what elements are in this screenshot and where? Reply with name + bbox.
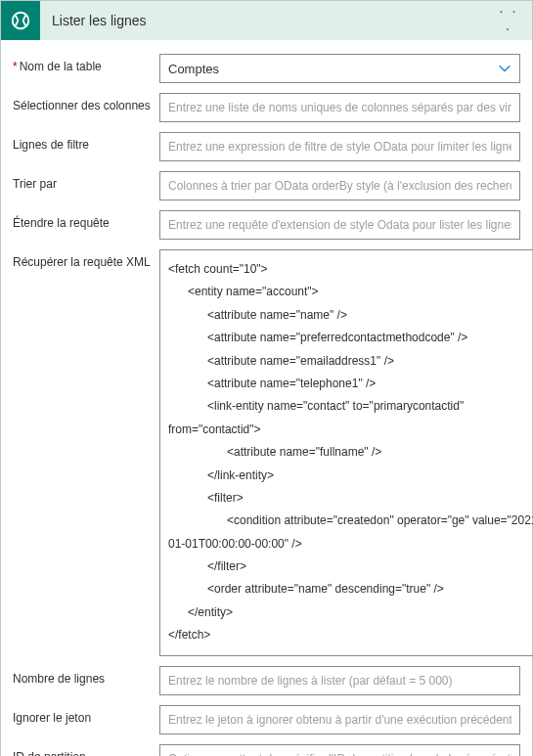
field-row-count: Nombre de lignes — [13, 666, 520, 695]
card-title: Lister les lignes — [52, 13, 493, 28]
field-fetch-xml: Récupérer la requête XML <fetch count="1… — [13, 249, 520, 656]
label-sort-by: Trier par — [13, 171, 159, 193]
filter-rows-input[interactable] — [159, 132, 520, 161]
fetch-xml-input[interactable]: <fetch count="10"> <entity name="account… — [159, 249, 533, 656]
label-fetch-xml: Récupérer la requête XML — [13, 249, 159, 271]
table-name-select[interactable]: Comptes — [159, 54, 520, 83]
field-filter-rows: Lignes de filtre — [13, 132, 520, 161]
partition-id-input[interactable] — [159, 744, 520, 756]
required-marker: * — [13, 60, 18, 73]
card-body: *Nom de la table Comptes Sélectionner de… — [1, 40, 532, 756]
label-expand-query: Étendre la requête — [13, 210, 159, 232]
connector-icon — [1, 1, 40, 40]
field-sort-by: Trier par — [13, 171, 520, 200]
action-card: Lister les lignes · · · *Nom de la table… — [0, 0, 533, 756]
field-partition-id: ID de partition — [13, 744, 520, 756]
select-columns-input[interactable] — [159, 93, 520, 122]
label-filter-rows: Lignes de filtre — [13, 132, 159, 154]
label-table-name: *Nom de la table — [13, 54, 159, 75]
field-table-name: *Nom de la table Comptes — [13, 54, 520, 83]
skip-token-input[interactable] — [159, 705, 520, 734]
card-menu-button[interactable]: · · · — [493, 3, 524, 38]
sort-by-input[interactable] — [159, 171, 520, 200]
svg-point-0 — [13, 13, 29, 29]
card-header: Lister les lignes · · · — [1, 1, 532, 40]
field-select-columns: Sélectionner des colonnes — [13, 93, 520, 122]
label-select-columns: Sélectionner des colonnes — [13, 93, 159, 114]
row-count-input[interactable] — [159, 666, 520, 695]
label-partition-id: ID de partition — [13, 744, 159, 756]
expand-query-input[interactable] — [159, 210, 520, 240]
chevron-down-icon — [498, 62, 511, 75]
field-expand-query: Étendre la requête — [13, 210, 520, 240]
label-skip-token: Ignorer le jeton — [13, 705, 159, 727]
field-skip-token: Ignorer le jeton — [13, 705, 520, 734]
table-name-value: Comptes — [168, 62, 498, 76]
label-row-count: Nombre de lignes — [13, 666, 159, 688]
